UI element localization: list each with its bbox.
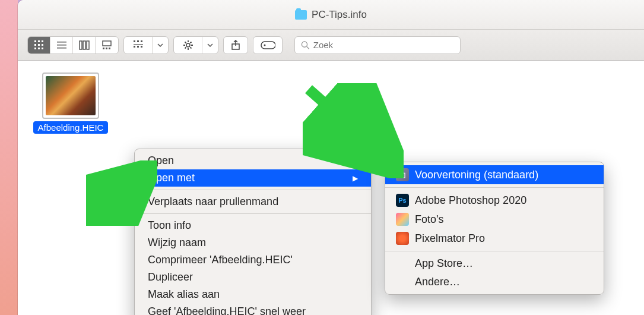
svg-rect-9 bbox=[57, 42, 66, 43]
svg-point-29 bbox=[302, 42, 307, 47]
svg-rect-21 bbox=[141, 40, 142, 42]
list-view-button[interactable] bbox=[50, 37, 73, 53]
share-icon bbox=[230, 40, 241, 51]
svg-rect-5 bbox=[42, 44, 43, 46]
file-name-label[interactable]: Afbeelding.HEIC bbox=[33, 121, 109, 134]
preview-app-icon: ◧ bbox=[396, 168, 409, 181]
tag-icon bbox=[260, 40, 275, 50]
svg-rect-3 bbox=[34, 44, 36, 46]
submenu-item-photos[interactable]: Foto's bbox=[385, 210, 604, 229]
menu-separator bbox=[135, 213, 371, 214]
group-by-dropdown[interactable] bbox=[153, 37, 168, 53]
file-item[interactable]: Afbeelding.HEIC bbox=[32, 73, 109, 134]
svg-rect-22 bbox=[134, 44, 143, 45]
svg-rect-13 bbox=[83, 41, 85, 49]
action-button[interactable] bbox=[174, 37, 202, 53]
context-menu: Open Open met ▶ Verplaats naar prullenma… bbox=[134, 149, 372, 315]
search-box[interactable] bbox=[294, 36, 461, 54]
svg-rect-8 bbox=[42, 48, 43, 49]
submenu-item-photoshop[interactable]: Ps Adobe Photoshop 2020 bbox=[385, 191, 604, 210]
svg-rect-25 bbox=[141, 46, 142, 48]
menu-item-open-with[interactable]: Open met ▶ bbox=[135, 169, 371, 187]
window-title: PC-Tips.info bbox=[312, 9, 367, 21]
svg-rect-7 bbox=[38, 48, 40, 49]
gear-icon bbox=[183, 40, 193, 51]
group-by-button[interactable] bbox=[124, 37, 153, 53]
open-with-submenu: ◧ Voorvertoning (standaard) Ps Adobe Pho… bbox=[385, 162, 604, 295]
menu-separator bbox=[385, 187, 604, 188]
titlebar[interactable]: PC-Tips.info bbox=[18, 0, 644, 30]
svg-rect-12 bbox=[80, 41, 82, 49]
menu-item-move-to-trash[interactable]: Verplaats naar prullenmand bbox=[135, 193, 371, 210]
svg-point-26 bbox=[186, 43, 190, 47]
gallery-icon bbox=[101, 40, 112, 51]
svg-rect-23 bbox=[134, 46, 135, 48]
list-icon bbox=[56, 40, 67, 51]
svg-rect-10 bbox=[57, 45, 66, 46]
submenu-item-app-store[interactable]: App Store… bbox=[385, 254, 604, 273]
file-thumbnail bbox=[42, 73, 99, 119]
chevron-down-icon bbox=[157, 43, 163, 47]
share-button[interactable] bbox=[223, 36, 248, 54]
group-by-button-group bbox=[123, 36, 169, 54]
photos-app-icon bbox=[396, 213, 409, 226]
svg-rect-11 bbox=[57, 48, 66, 49]
grid-icon bbox=[34, 40, 45, 51]
column-view-button[interactable] bbox=[73, 37, 96, 53]
view-mode-group bbox=[27, 36, 119, 54]
menu-item-make-alias[interactable]: Maak alias aan bbox=[135, 286, 371, 303]
search-icon bbox=[301, 40, 310, 50]
submenu-arrow-icon: ▶ bbox=[353, 174, 358, 182]
svg-rect-17 bbox=[106, 48, 107, 49]
menu-item-compress[interactable]: Comprimeer 'Afbeelding.HEIC' bbox=[135, 251, 371, 269]
menu-item-get-info[interactable]: Toon info bbox=[135, 217, 371, 234]
menu-separator bbox=[135, 190, 371, 190]
search-input[interactable] bbox=[313, 40, 454, 50]
submenu-item-pixelmator[interactable]: Pixelmator Pro bbox=[385, 229, 604, 248]
svg-rect-20 bbox=[137, 40, 139, 42]
desktop-background-stripe bbox=[0, 0, 18, 315]
columns-icon bbox=[79, 40, 90, 51]
icon-view-button[interactable] bbox=[28, 37, 50, 53]
submenu-item-preview[interactable]: ◧ Voorvertoning (standaard) bbox=[385, 165, 604, 184]
svg-rect-24 bbox=[137, 46, 139, 48]
svg-rect-2 bbox=[42, 40, 43, 42]
tags-button[interactable] bbox=[253, 36, 283, 54]
gallery-view-button[interactable] bbox=[96, 37, 118, 53]
svg-rect-18 bbox=[109, 48, 110, 49]
svg-rect-4 bbox=[38, 44, 40, 46]
menu-item-rename[interactable]: Wijzig naam bbox=[135, 234, 371, 251]
menu-item-open[interactable]: Open bbox=[135, 152, 371, 169]
photoshop-app-icon: Ps bbox=[396, 194, 409, 207]
toolbar bbox=[18, 30, 644, 61]
svg-rect-19 bbox=[134, 40, 135, 42]
group-grid-icon bbox=[133, 40, 144, 51]
svg-rect-14 bbox=[87, 41, 89, 49]
action-button-group bbox=[173, 36, 218, 54]
svg-point-28 bbox=[264, 44, 266, 46]
submenu-item-other[interactable]: Andere… bbox=[385, 273, 604, 291]
pixelmator-app-icon bbox=[396, 232, 409, 245]
menu-separator bbox=[385, 251, 604, 251]
menu-item-quick-look[interactable]: Geef 'Afbeelding.HEIC' snel weer bbox=[135, 303, 371, 315]
chevron-down-icon bbox=[207, 43, 213, 47]
folder-icon bbox=[295, 10, 307, 20]
svg-rect-15 bbox=[103, 41, 111, 46]
svg-rect-0 bbox=[34, 40, 36, 42]
action-dropdown[interactable] bbox=[202, 37, 218, 53]
menu-item-duplicate[interactable]: Dupliceer bbox=[135, 269, 371, 286]
svg-rect-16 bbox=[103, 48, 104, 49]
svg-rect-6 bbox=[34, 48, 36, 49]
svg-rect-1 bbox=[38, 40, 40, 42]
